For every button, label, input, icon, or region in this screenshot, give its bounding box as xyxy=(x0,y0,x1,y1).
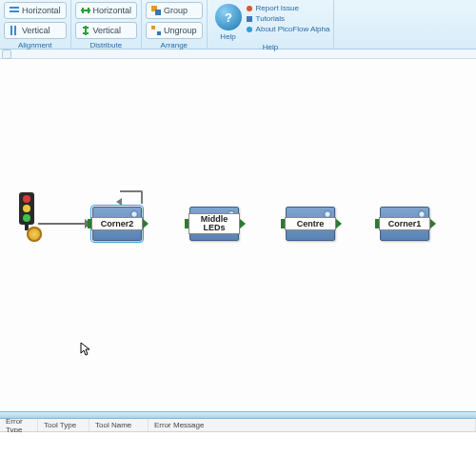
ribbon-group-label: Help xyxy=(211,43,330,51)
node-output-port[interactable] xyxy=(335,218,342,229)
svg-rect-2 xyxy=(10,26,12,35)
node-output-port[interactable] xyxy=(239,218,246,229)
node-output-port[interactable] xyxy=(142,218,149,229)
group-icon xyxy=(151,6,161,15)
node-label: Centre xyxy=(285,217,336,230)
distribute-horizontal-button[interactable]: Horizontal xyxy=(75,2,138,19)
distribute-vertical-icon xyxy=(81,26,90,35)
group-label: Group xyxy=(164,6,188,15)
align-horizontal-icon xyxy=(10,6,19,15)
error-col-message[interactable]: Error Message xyxy=(149,419,476,431)
traffic-light-icon xyxy=(19,192,34,225)
distribute-vertical-label: Vertical xyxy=(93,26,122,35)
tutorials-label: Tutorials xyxy=(256,14,285,23)
error-list-header: Error Type Tool Type Tool Name Error Mes… xyxy=(0,419,476,432)
error-list-body xyxy=(0,432,476,476)
flow-canvas[interactable]: Corner2 Middle LEDs Centre Corner1 xyxy=(0,59,476,411)
svg-point-15 xyxy=(247,6,252,11)
ribbon-toolbar: Horizontal Vertical Alignment Horizontal xyxy=(0,0,476,50)
node-label: Corner2 xyxy=(91,217,143,230)
svg-text:?: ? xyxy=(225,10,232,24)
svg-point-17 xyxy=(247,27,252,32)
align-horizontal-label: Horizontal xyxy=(22,6,61,15)
panel-splitter[interactable] xyxy=(0,411,476,419)
flow-node-corner1[interactable]: Corner1 xyxy=(380,207,429,241)
svg-rect-12 xyxy=(151,26,155,30)
ribbon-group-label: Arrange xyxy=(146,41,203,50)
flow-node-corner2[interactable]: Corner2 xyxy=(92,207,142,241)
svg-rect-13 xyxy=(157,31,161,35)
svg-rect-16 xyxy=(247,16,252,22)
connection[interactable] xyxy=(38,223,86,225)
ribbon-group-help: ? Help Report Issue Tutorials About Pico… xyxy=(208,0,335,49)
error-col-tooltype[interactable]: Tool Type xyxy=(38,419,89,431)
svg-rect-5 xyxy=(82,8,84,13)
svg-rect-1 xyxy=(10,10,19,12)
info-icon xyxy=(246,26,253,33)
distribute-vertical-button[interactable]: Vertical xyxy=(75,22,138,39)
align-vertical-label: Vertical xyxy=(22,26,50,35)
about-label: About PicoFlow Alpha xyxy=(256,25,330,33)
ribbon-group-label: Distribute xyxy=(75,41,138,50)
svg-rect-9 xyxy=(83,32,89,34)
self-loop-connection[interactable] xyxy=(120,190,143,204)
node-label: Middle LEDs xyxy=(188,213,240,234)
gear-icon xyxy=(27,227,42,242)
align-vertical-button[interactable]: Vertical xyxy=(4,22,67,39)
bug-icon xyxy=(246,5,253,12)
distribute-horizontal-icon xyxy=(81,6,90,15)
tutorials-link[interactable]: Tutorials xyxy=(246,14,330,23)
svg-rect-6 xyxy=(88,8,89,13)
panel-toggle-button[interactable] xyxy=(2,50,11,59)
error-col-toolname[interactable]: Tool Name xyxy=(89,419,149,431)
svg-rect-11 xyxy=(155,10,161,15)
align-horizontal-button[interactable]: Horizontal xyxy=(4,2,67,19)
align-vertical-icon xyxy=(10,26,19,35)
ungroup-icon xyxy=(151,26,161,35)
flow-node-middle-leds[interactable]: Middle LEDs xyxy=(189,207,239,241)
ribbon-group-arrange: Group Ungroup Arrange xyxy=(142,0,208,49)
group-button[interactable]: Group xyxy=(146,2,203,19)
about-link[interactable]: About PicoFlow Alpha xyxy=(246,25,330,33)
error-col-type[interactable]: Error Type xyxy=(0,419,38,431)
node-output-port[interactable] xyxy=(429,218,436,229)
svg-rect-0 xyxy=(10,7,19,9)
report-issue-label: Report Issue xyxy=(256,4,299,12)
help-icon[interactable]: ? xyxy=(215,4,242,30)
ribbon-group-alignment: Horizontal Vertical Alignment xyxy=(0,0,71,49)
svg-rect-8 xyxy=(83,27,89,29)
help-big-label: Help xyxy=(220,32,235,41)
book-icon xyxy=(246,15,253,23)
start-node[interactable] xyxy=(8,192,46,244)
node-label: Corner1 xyxy=(379,217,430,230)
report-issue-link[interactable]: Report Issue xyxy=(246,4,330,12)
ungroup-button[interactable]: Ungroup xyxy=(146,22,203,39)
flow-node-centre[interactable]: Centre xyxy=(286,207,335,241)
cursor-icon xyxy=(80,342,91,357)
ribbon-group-label: Alignment xyxy=(4,41,67,50)
ungroup-label: Ungroup xyxy=(164,26,197,35)
svg-rect-3 xyxy=(14,26,16,35)
distribute-horizontal-label: Horizontal xyxy=(93,6,132,15)
ribbon-group-distribute: Horizontal Vertical Distribute xyxy=(71,0,143,49)
